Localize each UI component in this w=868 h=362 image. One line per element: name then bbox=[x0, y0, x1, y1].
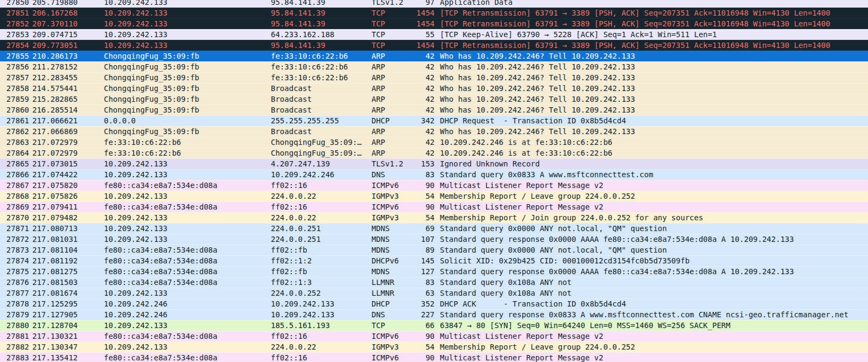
packet-row[interactable]: 27873 217.081104 fe80::ca34:e8a7:534e:d0… bbox=[0, 245, 868, 255]
packet-destination: fe:33:10:c6:22:b6 bbox=[271, 61, 370, 72]
packet-row[interactable]: 27883 217.135412 fe80::ca34:e8a7:534e:d0… bbox=[0, 352, 868, 362]
packet-row[interactable]: 27859 215.282865 ChongqingFug_35:09:fb B… bbox=[0, 94, 868, 105]
packet-info: Who has 10.209.242.246? Tell 10.209.242.… bbox=[440, 126, 868, 137]
packet-list-table: 27850 205.719880 10.209.242.133 95.84.14… bbox=[0, 0, 868, 362]
packet-source: ChongqingFug_35:09:fb bbox=[104, 126, 269, 137]
packet-length: 153 bbox=[401, 158, 435, 169]
packet-row[interactable]: 27874 217.081192 fe80::ca34:e8a7:534e:d0… bbox=[0, 255, 868, 266]
packet-info: Standard query 0x0000 ANY not.local, "QM… bbox=[440, 223, 868, 234]
packet-row[interactable]: 27864 217.072979 fe:33:10:c6:22:b6 Chong… bbox=[0, 148, 868, 158]
packet-row[interactable]: 27871 217.080713 10.209.242.133 224.0.0.… bbox=[0, 223, 868, 234]
packet-row[interactable]: 27857 212.283455 ChongqingFug_35:09:fb f… bbox=[0, 72, 868, 83]
packet-destination: 224.0.0.22 bbox=[271, 342, 370, 352]
packet-row[interactable]: 27866 217.074422 10.209.242.133 10.209.2… bbox=[0, 169, 868, 180]
packet-source: 10.209.242.246 bbox=[104, 309, 269, 320]
packet-row[interactable]: 27876 217.081503 fe80::ca34:e8a7:534e:d0… bbox=[0, 277, 868, 288]
packet-row[interactable]: 27850 205.719880 10.209.242.133 95.84.14… bbox=[0, 0, 868, 8]
packet-destination: 224.0.0.251 bbox=[271, 223, 370, 234]
packet-length: 42 bbox=[401, 105, 435, 115]
packet-row[interactable]: 27869 217.079411 fe80::ca34:e8a7:534e:d0… bbox=[0, 201, 868, 212]
packet-row[interactable]: 27867 217.075820 fe80::ca34:e8a7:534e:d0… bbox=[0, 180, 868, 191]
packet-row[interactable]: 27863 217.072979 fe:33:10:c6:22:b6 Chong… bbox=[0, 137, 868, 148]
packet-protocol: TCP bbox=[372, 320, 403, 331]
packet-row[interactable]: 27858 214.575441 ChongqingFug_35:09:fb B… bbox=[0, 83, 868, 94]
packet-protocol: TCP bbox=[372, 8, 403, 18]
packet-protocol: ARP bbox=[372, 105, 403, 115]
packet-time: 217.074422 bbox=[32, 169, 102, 180]
packet-info: Who has 10.209.242.246? Tell 10.209.242.… bbox=[440, 72, 868, 83]
packet-source: ChongqingFug_35:09:fb bbox=[104, 72, 269, 83]
packet-time: 217.066869 bbox=[32, 126, 102, 137]
packet-number: 27870 bbox=[5, 212, 29, 223]
packet-row[interactable]: 27878 217.125295 10.209.242.246 10.209.2… bbox=[0, 298, 868, 309]
packet-destination: 95.84.141.39 bbox=[271, 40, 370, 51]
packet-row[interactable]: 27856 211.278152 ChongqingFug_35:09:fb f… bbox=[0, 61, 868, 72]
packet-time: 217.081104 bbox=[32, 245, 102, 255]
packet-row[interactable]: 27882 217.130347 10.209.242.133 224.0.0.… bbox=[0, 342, 868, 352]
packet-destination: 255.255.255.255 bbox=[271, 115, 370, 126]
packet-row[interactable]: 27870 217.079482 10.209.242.133 224.0.0.… bbox=[0, 212, 868, 223]
packet-row[interactable]: 27860 216.285514 ChongqingFug_35:09:fb B… bbox=[0, 105, 868, 115]
packet-destination: ff02::16 bbox=[271, 331, 370, 342]
packet-protocol: MDNS bbox=[372, 223, 403, 234]
packet-time: 217.125295 bbox=[32, 298, 102, 309]
packet-info: Multicast Listener Report Message v2 bbox=[440, 180, 868, 191]
packet-length: 55 bbox=[401, 29, 435, 40]
packet-time: 209.773051 bbox=[32, 40, 102, 51]
packet-row[interactable]: 27880 217.128704 10.209.242.133 185.5.16… bbox=[0, 320, 868, 331]
packet-protocol: DHCP bbox=[372, 115, 403, 126]
packet-source: 10.209.242.133 bbox=[104, 320, 269, 331]
packet-number: 27872 bbox=[5, 234, 29, 245]
packet-row[interactable]: 27852 207.370110 10.209.242.133 95.84.14… bbox=[0, 18, 868, 29]
packet-info: Standard query response 0x0000 AAAA fe80… bbox=[440, 266, 868, 277]
packet-source: 10.209.242.133 bbox=[104, 342, 269, 352]
packet-row[interactable]: 27861 217.066621 0.0.0.0 255.255.255.255… bbox=[0, 115, 868, 126]
packet-row[interactable]: 27879 217.127905 10.209.242.246 10.209.2… bbox=[0, 309, 868, 320]
packet-source: 10.209.242.133 bbox=[104, 8, 269, 18]
packet-time: 216.285514 bbox=[32, 105, 102, 115]
packet-number: 27853 bbox=[5, 29, 29, 40]
packet-length: 42 bbox=[401, 72, 435, 83]
packet-row[interactable]: 27854 209.773051 10.209.242.133 95.84.14… bbox=[0, 40, 868, 51]
packet-time: 217.081275 bbox=[32, 266, 102, 277]
packet-destination: Broadcast bbox=[271, 105, 370, 115]
packet-time: 217.080713 bbox=[32, 223, 102, 234]
packet-row-selected[interactable]: 27855 210.286173 ChongqingFug_35:09:fb f… bbox=[0, 51, 868, 61]
packet-protocol: TCP bbox=[372, 40, 403, 51]
packet-row[interactable]: 27862 217.066869 ChongqingFug_35:09:fb B… bbox=[0, 126, 868, 137]
packet-destination: ChongqingFug_35:09:… bbox=[271, 148, 370, 158]
packet-row[interactable]: 27875 217.081275 fe80::ca34:e8a7:534e:d0… bbox=[0, 266, 868, 277]
packet-info: Multicast Listener Report Message v2 bbox=[440, 201, 868, 212]
packet-row[interactable]: 27868 217.075826 10.209.242.133 224.0.0.… bbox=[0, 191, 868, 201]
packet-row[interactable]: 27872 217.081031 10.209.242.133 224.0.0.… bbox=[0, 234, 868, 245]
packet-number: 27864 bbox=[5, 148, 29, 158]
packet-destination: 224.0.0.22 bbox=[271, 191, 370, 201]
packet-length: 66 bbox=[401, 320, 435, 331]
packet-length: 42 bbox=[401, 83, 435, 94]
packet-row[interactable]: 27851 206.167268 10.209.242.133 95.84.14… bbox=[0, 8, 868, 18]
packet-length: 352 bbox=[401, 298, 435, 309]
packet-length: 90 bbox=[401, 201, 435, 212]
packet-info: Standard query 0x0000 ANY not.local, "QM… bbox=[440, 245, 868, 255]
packet-source: 10.209.242.133 bbox=[104, 29, 269, 40]
packet-length: 63 bbox=[401, 288, 435, 298]
packet-number: 27858 bbox=[5, 83, 29, 94]
packet-row[interactable]: 27881 217.130321 fe80::ca34:e8a7:534e:d0… bbox=[0, 331, 868, 342]
packet-protocol: TLSv1.2 bbox=[372, 158, 403, 169]
packet-info: [TCP Retransmission] 63791 → 3389 [PSH, … bbox=[440, 8, 868, 18]
packet-length: 42 bbox=[401, 137, 435, 148]
packet-length: 42 bbox=[401, 148, 435, 158]
packet-row[interactable]: 27877 217.081674 10.209.242.133 224.0.0.… bbox=[0, 288, 868, 298]
packet-row[interactable]: 27853 209.074715 10.209.242.133 64.233.1… bbox=[0, 29, 868, 40]
packet-length: 1454 bbox=[401, 18, 435, 29]
packet-number: 27851 bbox=[5, 8, 29, 18]
packet-protocol: ICMPv6 bbox=[372, 331, 403, 342]
packet-source: 10.209.242.133 bbox=[104, 18, 269, 29]
packet-number: 27874 bbox=[5, 255, 29, 266]
packet-time: 217.075826 bbox=[32, 191, 102, 201]
packet-destination: fe:33:10:c6:22:b6 bbox=[271, 72, 370, 83]
packet-info: DHCP Request - Transaction ID 0x8b5d4cd4 bbox=[440, 115, 868, 126]
packet-destination: 10.209.242.133 bbox=[271, 298, 370, 309]
packet-number: 27856 bbox=[5, 61, 29, 72]
packet-row[interactable]: 27865 217.073015 10.209.242.133 4.207.24… bbox=[0, 158, 868, 169]
